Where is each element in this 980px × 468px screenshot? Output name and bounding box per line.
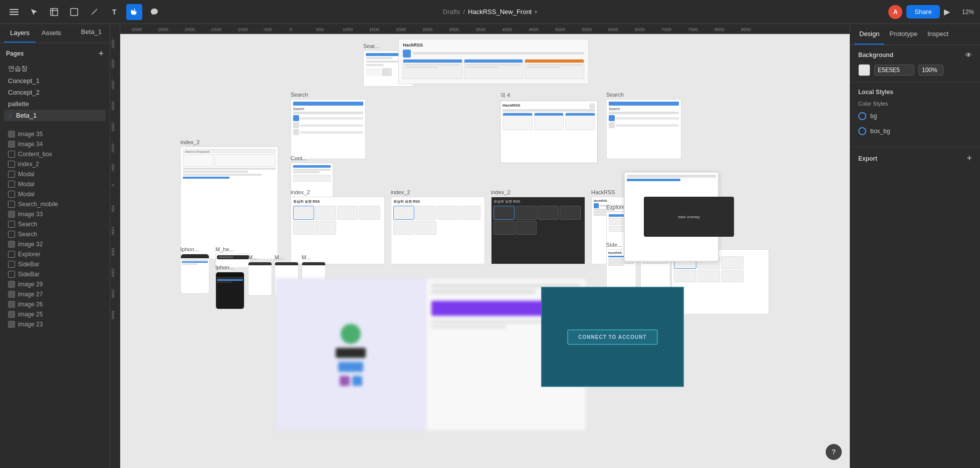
color-swatch[interactable] [858, 64, 870, 76]
add-page-button[interactable]: + [98, 49, 104, 58]
frame-box[interactable] [248, 262, 272, 296]
canvas-content[interactable]: Sear... [120, 34, 850, 468]
page-selector[interactable]: Beta_1 [77, 24, 106, 43]
text-tool-button[interactable]: T [106, 4, 122, 20]
frame-search-left[interactable]: Search Search [291, 92, 366, 159]
frame-box[interactable]: CONNECT TO ACCOUNT [541, 287, 684, 387]
frame-blurred-large[interactable] [276, 278, 586, 431]
frame-box[interactable]: Search [291, 99, 366, 159]
mockup-dark-bar: dark overlay [644, 197, 734, 237]
layer-image23[interactable]: image 23 [4, 319, 106, 329]
layer-search1[interactable]: Search [4, 219, 106, 229]
share-button[interactable]: Share [906, 5, 940, 19]
frame-label: Iphon... [180, 246, 209, 252]
layer-image33[interactable]: image 33 [4, 209, 106, 219]
layer-image27[interactable]: image 27 [4, 289, 106, 299]
frame-label: Search [606, 92, 681, 98]
frame-index2-row2[interactable]: index_2 유심히 보면 RSS [391, 189, 485, 264]
layer-index2[interactable]: index_2 [4, 159, 106, 169]
hex-color-input[interactable] [874, 65, 914, 76]
layer-content-box[interactable]: Content_box [4, 149, 106, 159]
chevron-down-icon[interactable]: ▾ [535, 9, 537, 15]
frame-index2-large[interactable]: index_2 Admin's Playwood [180, 139, 278, 259]
frame-mockup[interactable]: dark overlay [624, 172, 744, 287]
layer-image29[interactable]: image 29 [4, 279, 106, 289]
layer-sidebar2[interactable]: SideBar [4, 269, 106, 279]
frame-search-right[interactable]: Search Search [606, 92, 681, 159]
pen-tool-button[interactable] [86, 4, 102, 20]
layer-image35[interactable]: image 35 [4, 129, 106, 139]
layer-image34[interactable]: image 34 [4, 139, 106, 149]
page-concept1[interactable]: Concept_1 [4, 75, 106, 87]
frame-box[interactable]: Search [606, 99, 681, 159]
tab-layers[interactable]: Layers [4, 24, 36, 43]
layer-image32[interactable]: image 32 [4, 239, 106, 249]
frame-box[interactable]: ✕ HackRSS [500, 101, 598, 163]
frame-label: index_2 [491, 189, 585, 195]
style-bg-item[interactable]: bg [858, 111, 972, 122]
frame-iphone1[interactable]: Iphon... [180, 246, 209, 294]
frame-dark-teal[interactable]: CONNECT TO ACCOUNT [541, 287, 684, 387]
frame-hackrss-top[interactable]: HackRSS [398, 39, 589, 84]
user-avatar: A [888, 5, 902, 19]
frame-box[interactable]: HackRSS [398, 39, 589, 84]
page-beta1[interactable]: ✓ Beta_1 [4, 110, 106, 121]
tab-prototype[interactable]: Prototype [884, 24, 922, 45]
opacity-input[interactable] [918, 65, 943, 76]
page-pallette[interactable]: pallette [4, 98, 106, 110]
ruler-v-tick: -1000 [111, 142, 115, 152]
tab-inspect[interactable]: Inspect [922, 24, 953, 45]
layer-label: image 35 [18, 131, 43, 138]
frame-box[interactable] [276, 278, 586, 431]
frame-iphone2[interactable]: Iphon... [215, 264, 244, 309]
help-button[interactable]: ? [826, 444, 842, 460]
frame-m1[interactable]: M... [248, 254, 272, 296]
frame-label: M... [248, 254, 272, 260]
page-concept2[interactable]: Concept_2 [4, 87, 106, 98]
ruler-v-tick: 1500 [111, 247, 115, 256]
frame-box[interactable]: Admin's Playwood [180, 147, 278, 259]
ruler-tick-label: 1500 [369, 27, 379, 32]
layer-explorer[interactable]: Explorer [4, 249, 106, 259]
comment-tool-button[interactable] [146, 4, 162, 20]
ruler-v-tick: 2000 [111, 268, 115, 277]
tab-design[interactable]: Design [854, 24, 884, 45]
layer-frame-icon [8, 261, 15, 268]
play-button[interactable]: ▶ [944, 7, 950, 17]
frame-box[interactable]: 유심히 보면 RSS [491, 197, 585, 264]
layer-img-icon [8, 281, 15, 288]
main-area: Layers Assets Beta_1 Pages + 연습장 Concept… [0, 24, 980, 468]
move-tool-button[interactable] [26, 4, 42, 20]
ruler-tick-label: 2000 [396, 27, 406, 32]
export-add-button[interactable]: + [966, 153, 972, 164]
tab-assets[interactable]: Assets [36, 24, 67, 43]
layer-sidebar1[interactable]: SideBar [4, 259, 106, 269]
shape-tool-button[interactable] [66, 4, 82, 20]
layer-modal3[interactable]: Modal [4, 189, 106, 199]
visibility-toggle-button[interactable]: 👁 [965, 51, 972, 59]
layer-label: Modal [18, 171, 35, 178]
layer-search-mobile[interactable]: Search_mobile [4, 199, 106, 209]
frame-box[interactable] [215, 272, 244, 309]
frame-box[interactable]: 유심히 보면 RSS [391, 197, 485, 264]
frame-box[interactable] [180, 254, 209, 294]
hand-tool-button[interactable] [126, 4, 142, 20]
layer-modal2[interactable]: Modal [4, 179, 106, 189]
frame-tool-button[interactable] [46, 4, 62, 20]
page-연습장[interactable]: 연습장 [4, 62, 106, 75]
frame-guk4[interactable]: 국 4 ✕ HackRSS [500, 92, 598, 163]
style-box-bg-item[interactable]: box_bg [858, 126, 972, 137]
canvas-area[interactable]: -3000 -2500 -2000 -1500 -1000 -500 0 500… [110, 24, 850, 468]
layer-image25[interactable]: image 25 [4, 309, 106, 319]
layer-label: image 25 [18, 311, 43, 318]
export-title: Export [858, 155, 877, 162]
background-color-row [858, 64, 972, 76]
ruler-v-tick: 3000 [111, 310, 115, 319]
layer-modal1[interactable]: Modal [4, 169, 106, 179]
frame-index2-dark[interactable]: index_2 유심히 보면 RSS [491, 189, 585, 264]
layer-search2[interactable]: Search [4, 229, 106, 239]
frame-label: 국 4 [500, 92, 598, 99]
layer-image26[interactable]: image 26 [4, 299, 106, 309]
menu-button[interactable] [6, 4, 22, 20]
frame-index2-row1[interactable]: index_2 유심히 보면 RSS [291, 189, 385, 264]
